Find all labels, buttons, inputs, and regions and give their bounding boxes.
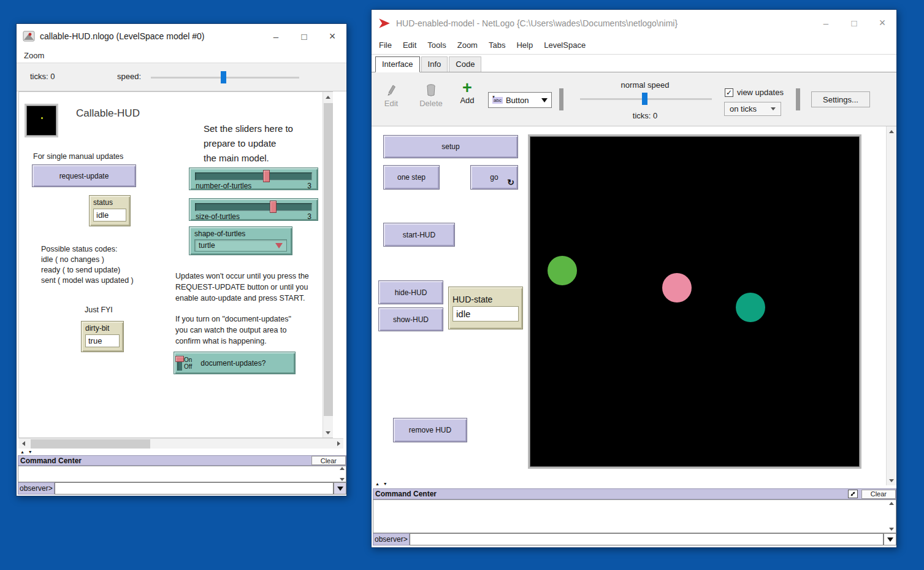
command-input[interactable] [55, 482, 334, 495]
scrollbar-thumb[interactable] [324, 103, 333, 416]
menu-help[interactable]: Help [516, 40, 533, 50]
scroll-right-arrow[interactable] [334, 439, 343, 449]
document-updates-switch[interactable]: On Off document-updates? [174, 352, 296, 374]
view-updates-label: view updates [737, 88, 784, 97]
update-mode-dropdown[interactable]: on ticks [724, 102, 781, 116]
status-monitor-value: idle [93, 209, 126, 221]
scroll-left-arrow[interactable] [18, 439, 28, 449]
left-titlebar[interactable]: callable-HUD.nlogo (LevelSpace model #0)… [17, 24, 346, 48]
tab-info[interactable]: Info [421, 56, 448, 72]
note-set-sliders: Set the sliders here to prepare to updat… [204, 121, 293, 166]
right-command-output[interactable] [373, 499, 896, 533]
nlogo-file-icon [23, 30, 35, 42]
speed-label: speed: [117, 72, 141, 81]
hide-hud-button[interactable]: hide-HUD [378, 280, 443, 304]
switch-handle[interactable] [175, 356, 184, 362]
start-hud-button[interactable]: start-HUD [383, 223, 455, 247]
teal-turtle[interactable] [736, 293, 765, 322]
observer-prompt[interactable]: observer> [373, 533, 410, 545]
chevron-down-icon [887, 537, 893, 542]
right-vertical-scrollbar[interactable] [886, 126, 896, 485]
detach-command-center-icon[interactable] [848, 490, 858, 498]
menu-file[interactable]: File [379, 40, 392, 50]
clear-button[interactable]: Clear [861, 490, 896, 499]
setup-button[interactable]: setup [383, 135, 518, 158]
netlogo-logo-icon [378, 17, 391, 30]
menu-zoom[interactable]: Zoom [457, 40, 478, 50]
observer-prompt[interactable]: observer> [18, 482, 55, 495]
slider-handle[interactable] [270, 201, 277, 213]
dirty-bit-monitor-value: true [85, 334, 120, 347]
one-step-button[interactable]: one step [383, 165, 440, 190]
scroll-up-arrow[interactable] [887, 126, 896, 136]
world-view[interactable] [528, 134, 861, 469]
pink-turtle[interactable] [662, 273, 692, 302]
minimize-button[interactable]: – [262, 24, 290, 48]
edit-label: Edit [379, 99, 403, 108]
slider-handle[interactable] [263, 170, 270, 182]
menu-levelspace[interactable]: LevelSpace [544, 40, 586, 50]
update-mode-value: on ticks [730, 104, 757, 114]
close-button[interactable]: × [868, 10, 896, 36]
size-of-turtles-slider[interactable]: size-of-turtles 3 [189, 198, 318, 221]
output-scroll-down-icon[interactable] [340, 478, 345, 481]
scroll-up-arrow[interactable] [323, 92, 333, 102]
scroll-down-arrow[interactable] [887, 476, 896, 485]
show-hud-button[interactable]: show-HUD [378, 307, 443, 331]
status-monitor: status idle [89, 195, 131, 226]
go-button[interactable]: go ↻ [470, 165, 518, 190]
minimize-button[interactable]: – [812, 10, 840, 36]
speed-slider-handle[interactable] [642, 93, 647, 105]
left-vertical-scrollbar[interactable] [323, 92, 333, 437]
scrollbar-thumb[interactable] [31, 439, 150, 449]
toolbar-separator [796, 88, 800, 110]
splitter-arrows[interactable]: ▲ ▼ [375, 482, 389, 486]
splitter-arrows[interactable]: ▲ ▼ [20, 450, 34, 454]
speed-slider-handle[interactable] [221, 71, 226, 83]
view-updates-checkbox[interactable]: ✓ [725, 88, 733, 97]
number-of-turtles-slider[interactable]: number-of-turtles 3 [189, 168, 318, 190]
command-history-dropdown[interactable] [884, 533, 896, 545]
scroll-down-arrow[interactable] [323, 428, 333, 437]
remove-hud-button[interactable]: remove HUD [393, 418, 467, 442]
request-update-button[interactable]: request-update [32, 164, 136, 187]
green-turtle[interactable] [548, 256, 577, 285]
tab-code[interactable]: Code [449, 56, 481, 72]
close-button[interactable]: × [318, 24, 346, 48]
add-tool[interactable]: + Add [455, 80, 479, 105]
tab-interface[interactable]: Interface [375, 56, 420, 72]
left-horizontal-scrollbar[interactable] [18, 438, 343, 449]
command-input[interactable] [410, 533, 884, 545]
command-history-dropdown[interactable] [334, 482, 346, 495]
output-scroll-down-icon[interactable] [889, 528, 894, 531]
slider-track[interactable] [195, 172, 312, 180]
output-scroll-up-icon[interactable] [340, 467, 345, 470]
output-scroll-up-icon[interactable] [889, 502, 894, 505]
right-titlebar[interactable]: HUD-enabled-model - NetLogo {C:\Users\wa… [372, 10, 896, 36]
slider-track[interactable] [195, 203, 312, 211]
command-center-title: Command Center [18, 456, 82, 465]
menu-zoom[interactable]: Zoom [24, 51, 44, 60]
tab-strip: Interface Info Code [372, 55, 896, 72]
setup-label: setup [441, 142, 459, 151]
shape-of-turtles-chooser[interactable]: shape-of-turtles turtle [189, 226, 292, 255]
clear-button[interactable]: Clear [311, 456, 346, 465]
chooser-dropdown[interactable]: turtle [194, 239, 287, 252]
switch-slot[interactable] [177, 356, 182, 371]
maximize-button[interactable]: □ [290, 24, 318, 48]
mini-world-view[interactable] [25, 104, 58, 137]
widget-type-value: Button [506, 96, 529, 105]
maximize-button[interactable]: □ [840, 10, 868, 36]
menu-edit[interactable]: Edit [403, 40, 416, 50]
menu-tabs[interactable]: Tabs [489, 40, 505, 50]
forever-icon: ↻ [507, 177, 514, 187]
settings-button[interactable]: Settings... [811, 91, 870, 107]
left-command-input-row: observer> [18, 482, 346, 495]
left-command-output[interactable] [18, 466, 346, 482]
note-status-codes: Possible status codes: idle ( no changes… [41, 244, 134, 286]
menu-tools[interactable]: Tools [427, 40, 446, 50]
widget-type-selector[interactable]: ▼ abc Button [488, 92, 552, 108]
delete-tool[interactable]: Delete [416, 83, 446, 108]
netlogo-main-window: HUD-enabled-model - NetLogo {C:\Users\wa… [371, 9, 897, 548]
edit-tool[interactable]: Edit [379, 83, 403, 108]
